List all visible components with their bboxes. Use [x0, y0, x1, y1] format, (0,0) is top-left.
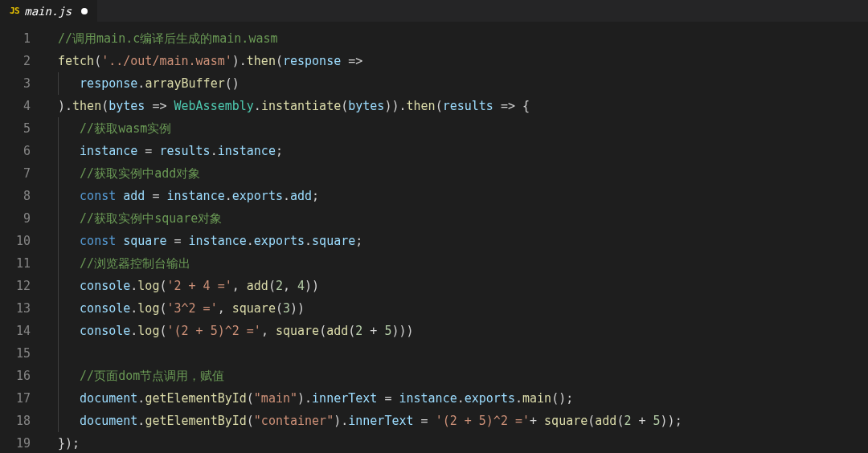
code-text: console.log('(2 + 5)^2 =', square(add(2 …	[58, 324, 414, 338]
code-text: //获取实例中add对象	[58, 166, 200, 181]
tab-filename: main.js	[24, 5, 72, 18]
code-text: instance = results.instance;	[58, 144, 283, 158]
code-text: const square = instance.exports.square;	[58, 234, 362, 248]
code-line[interactable]: response.arrayBuffer()	[58, 72, 868, 95]
js-file-icon: JS	[10, 6, 19, 16]
tab-main-js[interactable]: JS main.js	[0, 0, 97, 22]
code-text: fetch('../out/main.wasm').then(response …	[58, 54, 370, 68]
code-line[interactable]: ).then(bytes => WebAssembly.instantiate(…	[58, 95, 868, 117]
line-number: 2	[0, 50, 45, 72]
indent-guide	[58, 117, 59, 140]
code-line[interactable]	[58, 342, 868, 365]
code-line[interactable]: //调用main.c编译后生成的main.wasm	[58, 27, 868, 50]
code-line[interactable]: console.log('3^2 =', square(3))	[58, 297, 868, 320]
line-number: 8	[0, 185, 45, 207]
code-line[interactable]: //浏览器控制台输出	[58, 252, 868, 275]
line-number: 6	[0, 140, 45, 162]
line-number: 9	[0, 207, 45, 230]
line-number: 1	[0, 27, 45, 50]
line-number: 11	[0, 252, 45, 275]
indent-guide	[58, 297, 59, 320]
indent-guide	[58, 207, 59, 230]
indent-guide	[58, 275, 59, 297]
code-text: console.log('3^2 =', square(3))	[58, 301, 305, 316]
line-number-gutter: 12345678910111213141516171819	[0, 22, 45, 453]
code-text: //浏览器控制台输出	[58, 256, 190, 271]
indent-guide	[58, 410, 59, 432]
indent-guide	[58, 252, 59, 275]
code-text: const add = instance.exports.add;	[58, 189, 319, 203]
indent-guide	[58, 387, 59, 410]
code-line[interactable]: console.log('2 + 4 =', add(2, 4))	[58, 275, 868, 297]
code-line[interactable]: fetch('../out/main.wasm').then(response …	[58, 50, 868, 72]
code-text: document.getElementById("main").innerTex…	[58, 391, 573, 406]
line-number: 13	[0, 297, 45, 320]
code-line[interactable]: document.getElementById("container").inn…	[58, 410, 868, 432]
indent-guide	[58, 320, 59, 342]
code-line[interactable]: document.getElementById("main").innerTex…	[58, 387, 868, 410]
line-number: 19	[0, 432, 45, 453]
line-number: 4	[0, 95, 45, 117]
indent-guide	[58, 342, 59, 365]
code-line[interactable]: });	[58, 432, 868, 453]
unsaved-indicator-icon	[81, 8, 88, 14]
line-number: 10	[0, 230, 45, 252]
code-text: console.log('2 + 4 =', add(2, 4))	[58, 279, 319, 293]
indent-guide	[58, 72, 59, 95]
code-text: ).then(bytes => WebAssembly.instantiate(…	[58, 99, 530, 113]
code-line[interactable]: //页面dom节点调用，赋值	[58, 365, 868, 387]
code-editor[interactable]: 12345678910111213141516171819 //调用main.c…	[0, 22, 868, 453]
code-text: //调用main.c编译后生成的main.wasm	[58, 31, 278, 46]
line-number: 12	[0, 275, 45, 297]
line-number: 14	[0, 320, 45, 342]
code-text: //获取实例中square对象	[58, 211, 222, 226]
code-line[interactable]: const add = instance.exports.add;	[58, 185, 868, 207]
indent-guide	[58, 230, 59, 252]
line-number: 5	[0, 117, 45, 140]
line-number: 3	[0, 72, 45, 95]
indent-guide	[58, 162, 59, 185]
line-number: 7	[0, 162, 45, 185]
code-text	[58, 346, 80, 361]
code-text: response.arrayBuffer()	[58, 76, 240, 91]
indent-guide	[58, 365, 59, 387]
code-text: });	[58, 436, 80, 451]
tab-bar: JS main.js	[0, 0, 868, 22]
code-text: //页面dom节点调用，赋值	[58, 369, 224, 383]
code-text: //获取wasm实例	[58, 121, 171, 136]
code-line[interactable]: //获取wasm实例	[58, 117, 868, 140]
code-area[interactable]: //调用main.c编译后生成的main.wasmfetch('../out/m…	[45, 22, 868, 453]
code-line[interactable]: const square = instance.exports.square;	[58, 230, 868, 252]
code-text: document.getElementById("container").inn…	[58, 414, 682, 428]
code-line[interactable]: //获取实例中add对象	[58, 162, 868, 185]
line-number: 16	[0, 365, 45, 387]
line-number: 17	[0, 387, 45, 410]
indent-guide	[58, 185, 59, 207]
code-line[interactable]: console.log('(2 + 5)^2 =', square(add(2 …	[58, 320, 868, 342]
line-number: 18	[0, 410, 45, 432]
line-number: 15	[0, 342, 45, 365]
code-line[interactable]: //获取实例中square对象	[58, 207, 868, 230]
indent-guide	[58, 140, 59, 162]
code-line[interactable]: instance = results.instance;	[58, 140, 868, 162]
